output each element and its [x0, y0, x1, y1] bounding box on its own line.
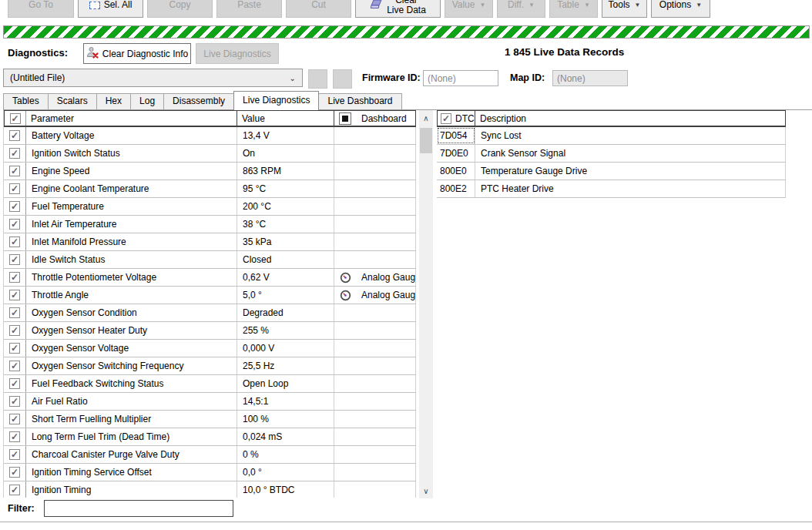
filter-input[interactable]	[44, 500, 233, 517]
parameter-row[interactable]: ✓Air Fuel Ratio14,5:1	[4, 393, 416, 411]
toolbar-button-table[interactable]: Table▼	[549, 0, 598, 18]
dtc-column-label: DTC	[455, 113, 475, 124]
tab-hex[interactable]: Hex	[96, 93, 131, 109]
clear-diagnostic-info-button[interactable]: Clear Diagnostic Info	[83, 43, 191, 64]
toolbar-button-value[interactable]: Value▼	[445, 0, 493, 18]
parameter-row[interactable]: ✓Throttle Angle5,0 °Analog Gauge	[4, 287, 416, 304]
parameter-name-cell: Fuel Feedback Switching Status	[26, 375, 237, 392]
parameter-checkbox[interactable]: ✓	[9, 307, 20, 318]
select-all-parameters-checkbox[interactable]: ✓	[10, 113, 21, 124]
dtc-column-header[interactable]: ✓ DTC	[437, 111, 475, 126]
scroll-down-icon[interactable]: ∨	[419, 483, 433, 498]
select-all-dtc-checkbox[interactable]: ✓	[441, 113, 451, 124]
parameter-row[interactable]: ✓Engine Coolant Temperature95 °C	[4, 180, 416, 198]
dtc-row[interactable]: 800E0Temperature Gauge Drive	[437, 163, 786, 180]
parameter-row[interactable]: ✓Charcoal Canister Purge Valve Duty0 %	[4, 446, 416, 464]
tab-tables[interactable]: Tables	[3, 93, 49, 109]
tab-scalars[interactable]: Scalars	[48, 93, 97, 109]
parameter-row[interactable]: ✓Oxygen Sensor Switching Frequency25,5 H…	[4, 357, 416, 375]
parameter-row[interactable]: ✓Oxygen Sensor Heater Duty255 %	[4, 322, 416, 340]
toolbar-button-label: Options	[659, 0, 691, 10]
file-select-dropdown[interactable]: (Untitled File) ⌄	[3, 69, 303, 87]
parameter-checkbox[interactable]: ✓	[9, 361, 20, 371]
dashboard-cell	[334, 322, 416, 339]
toolbar-button-paste[interactable]: Paste	[216, 0, 282, 18]
parameter-row[interactable]: ✓Oxygen Sensor ConditionDegraded	[4, 304, 416, 322]
dashboard-column-header[interactable]: Dashboard	[334, 111, 416, 126]
parameter-checkbox[interactable]: ✓	[9, 378, 20, 389]
row-checkbox-cell: ✓	[4, 446, 26, 463]
parameter-checkbox[interactable]: ✓	[9, 130, 20, 141]
toolbar-button-diff[interactable]: Diff.▼	[497, 0, 545, 18]
live-diagnostics-button[interactable]: Live Diagnostics	[196, 43, 279, 64]
firmware-id-field[interactable]	[423, 70, 498, 86]
file-action-button-1[interactable]	[308, 69, 327, 89]
dtc-code-cell[interactable]: 800E0	[437, 163, 475, 179]
parameter-checkbox[interactable]: ✓	[9, 148, 20, 159]
tab-live-dashboard[interactable]: Live Dashboard	[318, 93, 401, 109]
parameter-row[interactable]: ✓Fuel Temperature200 °C	[4, 198, 416, 216]
parameter-row[interactable]: ✓Ignition Switch StatusOn	[4, 145, 416, 163]
parameter-row[interactable]: ✓Inlet Manifold Pressure35 kPa	[4, 233, 416, 251]
parameter-name-cell: Ignition Timing	[26, 481, 237, 498]
dtc-row[interactable]: 7D054Sync Lost	[437, 127, 786, 145]
parameter-row[interactable]: ✓Battery Voltage13,4 V	[4, 127, 416, 145]
parameter-checkbox[interactable]: ✓	[9, 219, 20, 230]
parameter-checkbox[interactable]: ✓	[9, 183, 20, 194]
live-data-scrollbar[interactable]: ∧ ∨	[419, 110, 433, 498]
parameter-value-cell: 13,4 V	[237, 127, 334, 144]
parameter-checkbox[interactable]: ✓	[9, 236, 20, 247]
dashboard-cell[interactable]: Analog Gauge	[334, 269, 416, 286]
parameter-row[interactable]: ✓Short Term Fuelling Multiplier100 %	[4, 411, 416, 428]
dtc-code-cell[interactable]: 7D054	[437, 127, 475, 144]
parameter-checkbox[interactable]: ✓	[9, 166, 20, 176]
parameter-row[interactable]: ✓Engine Speed863 RPM	[4, 163, 416, 180]
parameter-checkbox[interactable]: ✓	[9, 449, 20, 460]
parameter-row[interactable]: ✓Inlet Air Temperature38 °C	[4, 216, 416, 233]
dashboard-cell[interactable]: Analog Gauge	[334, 287, 416, 304]
toolbar-button-copy[interactable]: Copy	[147, 0, 213, 18]
parameter-checkbox[interactable]: ✓	[9, 396, 20, 407]
parameter-row[interactable]: ✓Oxygen Sensor Voltage0,000 V	[4, 340, 416, 357]
tab-log[interactable]: Log	[130, 93, 164, 109]
parameter-row[interactable]: ✓Fuel Feedback Switching StatusOpen Loop	[4, 375, 416, 393]
description-column-header[interactable]: Description	[475, 111, 786, 126]
dtc-row[interactable]: 7D0E0Crank Sensor Signal	[437, 145, 786, 163]
file-action-button-2[interactable]	[333, 69, 352, 89]
toolbar-button-cut[interactable]: Cut	[286, 0, 351, 18]
dashboard-type-label: Analog Gauge	[361, 272, 416, 283]
parameter-checkbox[interactable]: ✓	[9, 272, 20, 283]
parameter-name-cell: Throttle Potentiometer Voltage	[26, 269, 237, 286]
parameter-checkbox[interactable]: ✓	[9, 201, 20, 212]
parameter-checkbox[interactable]: ✓	[9, 414, 20, 424]
parameter-column-header[interactable]: Parameter	[26, 111, 237, 126]
map-id-field[interactable]	[552, 70, 628, 86]
parameter-checkbox[interactable]: ✓	[9, 254, 20, 265]
parameter-row[interactable]: ✓Throttle Potentiometer Voltage0,62 VAna…	[4, 269, 416, 287]
parameter-row[interactable]: ✓Ignition Timing10,0 ° BTDC	[4, 481, 416, 498]
toolbar-button-clear-live-data[interactable]: ClearLive Data	[355, 0, 441, 18]
dashboard-stop-icon[interactable]	[339, 112, 351, 125]
scrollbar-thumb[interactable]	[420, 128, 432, 153]
parameter-checkbox[interactable]: ✓	[9, 467, 20, 478]
dtc-code-cell[interactable]: 7D0E0	[437, 145, 475, 162]
parameter-row[interactable]: ✓Long Term Fuel Trim (Dead Time)0,024 mS	[4, 428, 416, 446]
scroll-up-icon[interactable]: ∧	[419, 110, 433, 126]
parameter-checkbox[interactable]: ✓	[9, 431, 20, 442]
parameter-checkbox[interactable]: ✓	[9, 325, 20, 336]
value-column-header[interactable]: Value	[237, 111, 334, 126]
toolbar-button-options[interactable]: Options▼	[651, 0, 710, 18]
dashboard-cell	[334, 145, 416, 162]
tab-live-diagnostics[interactable]: Live Diagnostics	[233, 91, 319, 110]
parameter-checkbox[interactable]: ✓	[9, 343, 20, 354]
dtc-row[interactable]: 800E2PTC Heater Drive	[437, 180, 786, 198]
dtc-code-cell[interactable]: 800E2	[437, 180, 475, 197]
toolbar-button-select-all[interactable]: Sel. All	[78, 0, 143, 18]
tab-disassembly[interactable]: Disassembly	[163, 93, 234, 109]
parameter-checkbox[interactable]: ✓	[9, 290, 20, 300]
parameter-checkbox[interactable]: ✓	[9, 485, 20, 495]
parameter-row[interactable]: ✓Ignition Timing Service Offset0,0 °	[4, 464, 416, 481]
parameter-row[interactable]: ✓Idle Switch StatusClosed	[4, 251, 416, 269]
toolbar-button-tools[interactable]: Tools▼	[602, 0, 647, 18]
toolbar-button-go-to[interactable]: Go To	[8, 0, 74, 18]
